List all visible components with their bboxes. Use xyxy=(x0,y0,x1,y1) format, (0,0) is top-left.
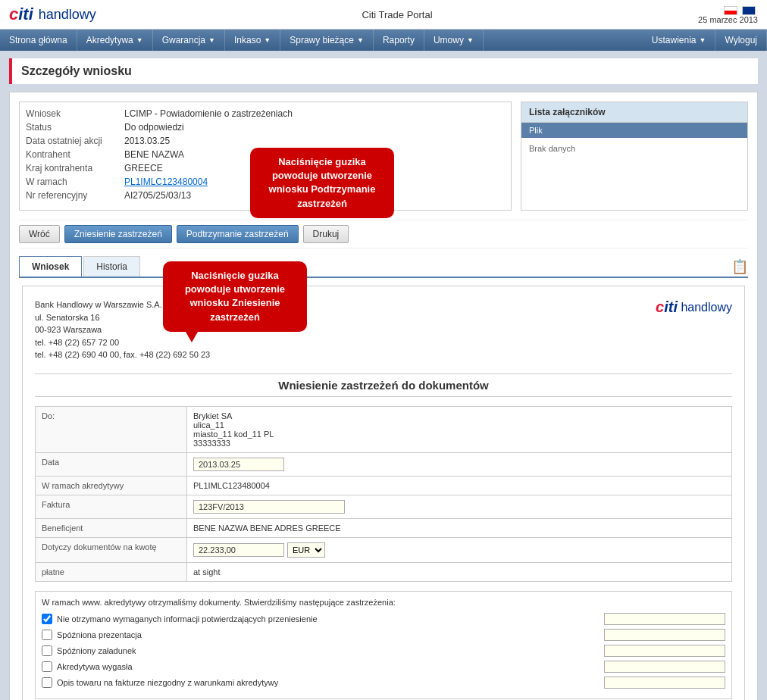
bank-logo: citi handlowy xyxy=(656,298,732,316)
maintain-button[interactable]: Podtrzymanie zastrzeżeń xyxy=(177,225,299,243)
bank-name: Bank Handlowy w Warszawie S.A. xyxy=(35,298,210,311)
nav-sprawy[interactable]: Sprawy bieżące ▼ xyxy=(280,30,374,51)
logo-area: citi handlowy xyxy=(9,5,96,24)
portal-name: Citi Trade Portal xyxy=(362,9,432,20)
nav-gwarancja-arrow: ▼ xyxy=(208,36,215,44)
bank-addr2: 00-923 Warszawa xyxy=(35,323,210,336)
check-input-2[interactable] xyxy=(604,645,725,657)
doc-invoice-value xyxy=(187,495,731,518)
info-row-wramach: W ramach PL1IMLC123480004 xyxy=(26,177,505,187)
info-row-kraj: Kraj kontrahenta GREECE xyxy=(26,163,505,173)
nav-akredytywa[interactable]: Akredytywa ▼ xyxy=(77,30,153,51)
doc-title: Wniesienie zastrzeżeń do dokumentów xyxy=(35,373,732,397)
tab-historia[interactable]: Historia xyxy=(83,256,140,277)
amount-input[interactable] xyxy=(193,543,284,557)
nav-gwarancja[interactable]: Gwarancja ▼ xyxy=(153,30,225,51)
doc-to-value: Brykiet SA ulica_11 miasto_11 kod_11 PL … xyxy=(187,407,731,452)
check-input-3[interactable] xyxy=(604,661,725,673)
credit-link[interactable]: PL1IMLC123480004 xyxy=(124,177,208,187)
nav-ustawienia-arrow: ▼ xyxy=(700,36,706,44)
check-row-0: Nie otrzymano wymaganych informacji potw… xyxy=(42,613,725,625)
doc-form-row-payable: płatne at sight xyxy=(36,563,731,581)
flag-pl-icon[interactable] xyxy=(724,6,737,15)
nav-raporty[interactable]: Raporty xyxy=(374,30,424,51)
info-row-nrref: Nr referencyjny AI2705/25/03/13 xyxy=(26,190,505,201)
nav-sprawy-arrow: ▼ xyxy=(357,36,364,44)
check-input-4[interactable] xyxy=(604,677,725,689)
handlowy-logo: handlowy xyxy=(35,7,96,23)
flag-en-icon[interactable] xyxy=(742,6,756,15)
doc-form-row-to: Do: Brykiet SA ulica_11 miasto_11 kod_11… xyxy=(36,407,731,453)
citi-logo: citi xyxy=(9,5,33,24)
tabs-bar: Wniosek Historia 📋 xyxy=(19,256,748,278)
nav-akredytywa-arrow: ▼ xyxy=(136,36,143,44)
currency-select[interactable]: EUR USD PLN xyxy=(287,542,325,558)
nav-umowy-arrow: ▼ xyxy=(467,36,474,44)
bank-citi-logo: citi xyxy=(656,298,678,316)
main-nav: Strona główna Akredytywa ▼ Gwarancja ▼ I… xyxy=(0,30,767,51)
check-2[interactable] xyxy=(42,645,52,656)
check-row-4: Opis towaru na fakturze niezgodny z waru… xyxy=(42,677,725,689)
nav-inkaso-arrow: ▼ xyxy=(264,36,271,44)
check-4[interactable] xyxy=(42,677,52,688)
tab-wniosek[interactable]: Wniosek xyxy=(19,256,82,277)
check-row-1: Spóźniona prezentacja xyxy=(42,629,725,641)
top-section: Wniosek LCIMP - Powiadomienie o zastrzeż… xyxy=(19,102,748,211)
doc-form-row-amount: Dotyczy dokumentów na kwotę EUR USD PLN xyxy=(36,538,731,563)
info-row-kontrahent: Kontrahent BENE NAZWA xyxy=(26,149,505,160)
back-button[interactable]: Wróć xyxy=(19,225,60,243)
check-0[interactable] xyxy=(42,614,52,624)
date-input[interactable] xyxy=(193,458,284,471)
attach-panel: Lista załączników Plik Brak danych xyxy=(521,102,748,211)
doc-form: Do: Brykiet SA ulica_11 miasto_11 kod_11… xyxy=(35,406,732,582)
doc-date-value xyxy=(187,453,731,476)
check-input-0[interactable] xyxy=(604,613,725,625)
checks-section: W ramach www. akredytywy otrzymaliśmy do… xyxy=(35,591,732,699)
page-title: Szczegóły wniosku xyxy=(9,58,758,84)
nav-inkaso[interactable]: Inkaso ▼ xyxy=(225,30,280,51)
print-button[interactable]: Drukuj xyxy=(303,225,349,243)
bank-tel2: tel. +48 (22) 690 40 00, fax. +48 (22) 6… xyxy=(35,348,210,361)
bank-handlowy-logo: handlowy xyxy=(678,301,732,314)
info-panel: Wniosek LCIMP - Powiadomienie o zastrzeż… xyxy=(19,102,512,211)
check-input-1[interactable] xyxy=(604,629,725,641)
nav-right-group: Ustawienia ▼ Wyloguj xyxy=(643,30,767,51)
nav-umowy[interactable]: Umowy ▼ xyxy=(424,30,484,51)
info-row-status: Status Do odpowiedzi xyxy=(26,122,505,133)
nav-home[interactable]: Strona główna xyxy=(0,30,77,51)
nav-wyloguj[interactable]: Wyloguj xyxy=(715,30,767,51)
buttons-row: Wróć Zniesienie zastrzeżeń Podtrzymanie … xyxy=(19,220,748,248)
doc-amount-value: EUR USD PLN xyxy=(187,538,731,562)
doc-form-row-date: Data xyxy=(36,453,731,477)
check-3[interactable] xyxy=(42,661,52,672)
invoice-input[interactable] xyxy=(193,500,345,514)
check-row-2: Spóźniony załadunek xyxy=(42,645,725,657)
currency-row: EUR USD PLN xyxy=(193,542,725,558)
bank-tel1: tel. +48 (22) 657 72 00 xyxy=(35,336,210,349)
check-1[interactable] xyxy=(42,630,52,640)
top-header: citi handlowy Citi Trade Portal 25 marze… xyxy=(0,0,767,30)
doc-form-row-credit: W ramach akredytywy PL1IMLC123480004 xyxy=(36,477,731,495)
bank-header: Bank Handlowy w Warszawie S.A. ul. Senat… xyxy=(35,298,732,361)
attach-empty: Brak danych xyxy=(521,138,747,159)
bank-address: Bank Handlowy w Warszawie S.A. ul. Senat… xyxy=(35,298,210,361)
nav-ustawienia[interactable]: Ustawienia ▼ xyxy=(643,30,716,51)
bank-addr1: ul. Senatorska 16 xyxy=(35,311,210,324)
header-right: 25 marzec 2013 xyxy=(698,5,758,23)
check-row-3: Akredytywa wygasła xyxy=(42,661,725,673)
clipboard-icon: 📋 xyxy=(731,258,748,275)
info-row-date: Data ostatniej akcji 2013.03.25 xyxy=(26,136,505,146)
info-row-wniosek: Wniosek LCIMP - Powiadomienie o zastrzeż… xyxy=(26,108,505,119)
remove-button[interactable]: Zniesienie zastrzeżeń xyxy=(64,225,172,243)
document-area: Bank Handlowy w Warszawie S.A. ul. Senat… xyxy=(22,286,745,700)
attach-col-header: Plik xyxy=(521,123,747,138)
doc-form-row-beneficiary: Beneficjent BENE NAZWA BENE ADRES GREECE xyxy=(36,519,731,538)
page-wrapper: Szczegóły wniosku Wniosek LCIMP - Powiad… xyxy=(0,51,767,700)
checks-title: W ramach www. akredytywy otrzymaliśmy do… xyxy=(42,598,725,607)
main-content: Wniosek LCIMP - Powiadomienie o zastrzeż… xyxy=(9,92,758,700)
date-display: 25 marzec 2013 xyxy=(698,15,758,24)
attach-title: Lista załączników xyxy=(521,102,747,123)
doc-form-row-invoice: Faktura xyxy=(36,495,731,519)
